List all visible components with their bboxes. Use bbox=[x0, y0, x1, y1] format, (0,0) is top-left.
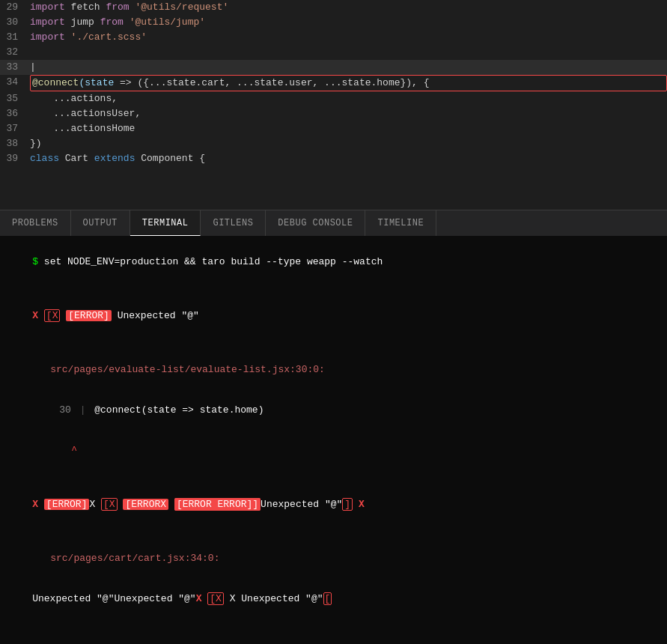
line-content: class Cart extends Component { bbox=[30, 151, 667, 166]
terminal-empty-line-4 bbox=[9, 525, 658, 538]
terminal-command-line: $ set NODE_ENV=production && taro build … bbox=[9, 242, 658, 282]
terminal-error-1-caret: ^ bbox=[9, 431, 658, 471]
tab-debug-console[interactable]: DEBUG CONSOLE bbox=[266, 210, 365, 236]
line-content: import fetch from '@utils/request' bbox=[30, 0, 667, 15]
error-label-2: [ERROR] bbox=[44, 499, 90, 510]
terminal-empty-line bbox=[9, 282, 658, 296]
code-line-34: 34 @connect(state => ({...state.cart, ..… bbox=[0, 75, 667, 91]
tab-output[interactable]: OUTPUT bbox=[71, 210, 130, 236]
error-x-badge: [X bbox=[44, 309, 61, 322]
line-number: 32 bbox=[0, 45, 30, 60]
code-line-31: 31 import './cart.scss' bbox=[0, 30, 667, 45]
code-line-29: 29 import fetch from '@utils/request' bbox=[0, 0, 667, 15]
tab-problems[interactable]: PROBLEMS bbox=[0, 210, 71, 236]
error-x-icon: X bbox=[32, 310, 44, 321]
line-number: 39 bbox=[0, 151, 30, 166]
line-number: 37 bbox=[0, 121, 30, 136]
terminal-empty-line-5 bbox=[9, 619, 658, 633]
code-line-37: 37 ...actionsHome bbox=[0, 121, 667, 136]
line-number: 31 bbox=[0, 30, 30, 45]
terminal-empty-line-3 bbox=[9, 471, 658, 484]
line-content bbox=[30, 45, 667, 60]
line-number: 33 bbox=[0, 60, 30, 75]
code-line-38: 38 }) bbox=[0, 136, 667, 151]
line-number: 29 bbox=[0, 0, 30, 15]
error-label-badge: [ERROR] bbox=[66, 310, 112, 321]
line-content: ...actions, bbox=[30, 91, 667, 106]
line-content: @connect(state => ({...state.cart, ...st… bbox=[30, 75, 667, 91]
line-content: import jump from '@utils/jump' bbox=[30, 15, 667, 30]
editor-pane: 29 import fetch from '@utils/request' 30… bbox=[0, 0, 667, 210]
terminal-error-3-path: src/pages/item/item.jsx:38:0: bbox=[9, 633, 658, 644]
terminal-panel[interactable]: $ set NODE_ENV=production && taro build … bbox=[0, 236, 667, 644]
line-number: 35 bbox=[0, 91, 30, 106]
line-content: ...actionsHome bbox=[30, 121, 667, 136]
line-content: ...actionsUser, bbox=[30, 106, 667, 121]
line-number: 30 bbox=[0, 15, 30, 30]
line-content: | bbox=[30, 60, 667, 75]
terminal-command: set NODE_ENV=production && taro build --… bbox=[44, 256, 383, 267]
code-line-32: 32 bbox=[0, 45, 667, 60]
code-line-30: 30 import jump from '@utils/jump' bbox=[0, 15, 667, 30]
line-number: 34 bbox=[0, 75, 30, 90]
code-line-36: 36 ...actionsUser, bbox=[0, 106, 667, 121]
code-line-35: 35 ...actions, bbox=[0, 91, 667, 106]
line-content: }) bbox=[30, 136, 667, 151]
line-number: 36 bbox=[0, 106, 30, 121]
tab-terminal[interactable]: TERMINAL bbox=[130, 210, 201, 236]
file-path-1: src/pages/evaluate-list/evaluate-list.js… bbox=[50, 364, 325, 375]
tab-timeline[interactable]: TIMELINE bbox=[365, 210, 436, 236]
terminal-error-1: X [X [ERROR] Unexpected "@" bbox=[9, 296, 658, 336]
code-line-33: 33 | bbox=[0, 60, 667, 75]
terminal-error-1-line: 30 | @connect(state => state.home) bbox=[9, 390, 658, 431]
line-number: 38 bbox=[0, 136, 30, 151]
panel-tab-bar: PROBLEMS OUTPUT TERMINAL GITLENS DEBUG C… bbox=[0, 210, 667, 236]
file-path-2: src/pages/cart/cart.jsx:34:0: bbox=[50, 553, 219, 564]
terminal-error-1-path: src/pages/evaluate-list/evaluate-list.js… bbox=[9, 350, 658, 390]
terminal-error-2-path: src/pages/cart/cart.jsx:34:0: bbox=[9, 538, 658, 579]
terminal-error-2: X [ERROR]X [X [ERRORX [ERROR ERROR]]Unex… bbox=[9, 484, 658, 525]
terminal-prompt: $ bbox=[32, 256, 44, 267]
line-content: import './cart.scss' bbox=[30, 30, 667, 45]
code-line-39: 39 class Cart extends Component { bbox=[0, 151, 667, 166]
terminal-empty-line-2 bbox=[9, 336, 658, 350]
terminal-error-2-msg: Unexpected "@"Unexpected "@"X [X X Unexp… bbox=[9, 579, 658, 619]
tab-gitlens[interactable]: GITLENS bbox=[201, 210, 266, 236]
